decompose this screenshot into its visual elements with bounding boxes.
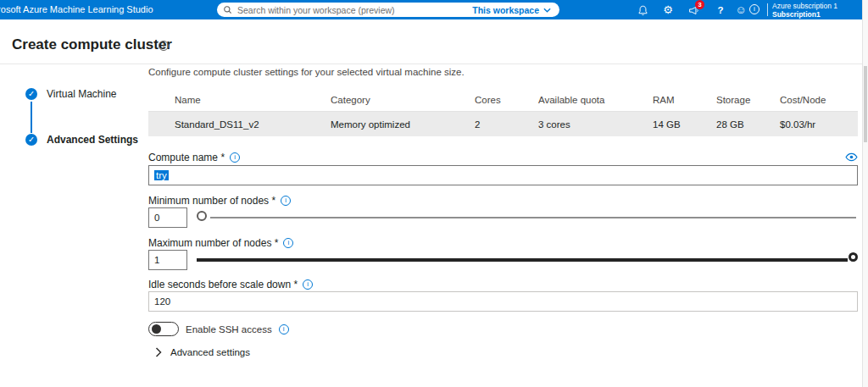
col-ram: RAM [653,95,716,105]
page-title: Create compute cluster [12,36,172,53]
ssh-toggle-row: Enable SSH access i [148,322,289,336]
min-nodes-slider[interactable] [197,207,858,228]
max-nodes-input[interactable] [148,250,187,270]
slider-handle[interactable] [849,252,858,262]
vm-table-row: Standard_DS11_v2 Memory optimized 2 3 co… [148,112,858,136]
idle-seconds-label: Idle seconds before scale down * [148,279,298,290]
info-icon[interactable]: i [749,4,760,14]
col-category: Category [331,95,475,105]
slider-handle[interactable] [197,211,207,221]
cell-cost-node: $0.03/hr [780,119,858,130]
min-nodes-info-icon[interactable]: i [281,196,291,206]
search-input[interactable] [232,5,472,15]
step-label: Advanced Settings [47,134,138,146]
compute-name-value: try [154,170,169,180]
notifications-bell-icon[interactable] [636,3,649,17]
cell-category: Memory optimized [331,119,475,130]
ssh-toggle[interactable] [148,322,179,336]
search-scope-dropdown[interactable]: This workspace [472,5,551,15]
idle-seconds-input[interactable] [148,291,858,312]
compute-name-input[interactable]: try [148,165,858,185]
toggle-knob [152,324,161,334]
compute-name-label: Compute name * [148,152,225,163]
settings-gear-icon[interactable]: ⚙ [661,3,675,17]
min-nodes-input[interactable] [148,207,187,228]
idle-seconds-info-icon[interactable]: i [303,279,313,290]
top-bar: Microsoft Azure Machine Learning Studio … [0,0,868,19]
sidebar-step-advanced-settings[interactable]: ✓ Advanced Settings [25,134,138,146]
cell-name: Standard_DS11_v2 [148,119,331,130]
cell-ram: 14 GB [653,119,716,130]
cell-available-quota: 3 cores [538,119,653,130]
subscription-selector[interactable]: Azure subscription 1 Subscription1 [772,2,837,19]
compute-name-label-row: Compute name * i [148,152,858,163]
workspace-name: Subscription1 [772,10,837,19]
col-name: Name [148,95,331,105]
chevron-right-icon [155,347,162,357]
app-title: Microsoft Azure Machine Learning Studio [0,4,153,14]
search-icon [223,5,232,14]
sidebar-step-virtual-machine[interactable]: ✓ Virtual Machine [25,88,117,100]
step-completed-check-icon: ✓ [25,134,37,146]
help-icon[interactable]: ? [714,3,727,17]
scrollbar-thumb[interactable] [864,66,867,142]
min-nodes-label: Minimum number of nodes * [148,195,275,207]
compute-name-info-icon[interactable]: i [230,152,240,163]
idle-seconds-label-row: Idle seconds before scale down * i [148,279,858,290]
step-label: Virtual Machine [47,88,117,100]
col-storage: Storage [716,95,780,105]
vm-table-header: Name Category Cores Available quota RAM … [148,88,858,112]
search-scope-label: This workspace [472,5,539,15]
advanced-settings-expander[interactable]: Advanced settings [155,347,250,357]
max-nodes-label-row: Maximum number of nodes * i [148,237,858,249]
page-title-info-icon[interactable]: i [159,41,169,51]
settings-description: Configure compute cluster settings for y… [148,67,465,77]
advanced-settings-label: Advanced settings [170,347,250,357]
cell-cores: 2 [475,119,538,130]
notification-count-badge: 3 [695,0,704,9]
ssh-info-icon[interactable]: i [279,324,289,334]
feedback-smiley-icon[interactable]: ☺ [734,3,748,17]
max-nodes-slider[interactable] [197,250,858,270]
col-cores: Cores [475,95,538,105]
main-panel: Configure compute cluster settings for y… [148,67,858,384]
slider-track [210,217,856,218]
step-completed-check-icon: ✓ [25,88,37,100]
max-nodes-label: Maximum number of nodes * [148,237,278,249]
ssh-toggle-label: Enable SSH access [186,324,272,334]
max-nodes-info-icon[interactable]: i [283,238,293,248]
min-nodes-label-row: Minimum number of nodes * i [148,195,858,207]
slider-track [197,258,848,262]
vertical-scrollbar[interactable] [862,0,868,387]
chevron-down-icon [543,8,551,13]
col-cost-node: Cost/Node [780,95,858,105]
eye-icon[interactable] [845,152,858,162]
subscription-name: Azure subscription 1 [772,2,837,10]
workspace-search[interactable]: This workspace [217,3,559,17]
cell-storage: 28 GB [716,119,780,130]
col-available-quota: Available quota [538,95,653,105]
step-connector-line [31,102,32,133]
header-divider [0,64,868,64]
topbar-separator [767,3,768,16]
